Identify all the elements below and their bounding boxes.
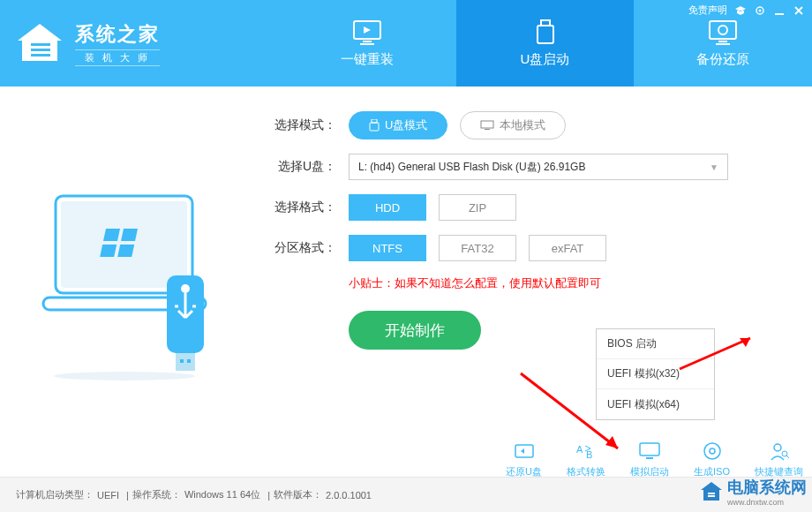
svg-rect-22	[117, 245, 134, 257]
usb-icon	[369, 119, 380, 132]
svg-rect-16	[775, 13, 784, 15]
body: 选择模式： U盘模式 本地模式 选择U盘： L: (hd4) General U…	[0, 87, 812, 477]
partition-row: 分区格式： NTFS FAT32 exFAT	[265, 235, 787, 261]
bottom-toolbar: 还原U盘 AB 格式转换 模拟启动 生成ISO 快捷键查询	[506, 440, 803, 478]
watermark-icon	[699, 480, 724, 503]
graduation-icon[interactable]	[734, 4, 747, 17]
exfat-button[interactable]: exFAT	[529, 235, 606, 261]
partition-label: 分区格式：	[265, 240, 349, 256]
svg-rect-1	[31, 49, 50, 51]
svg-rect-19	[103, 229, 120, 241]
generate-iso-button[interactable]: 生成ISO	[694, 440, 730, 478]
udisk-label: 选择U盘：	[265, 159, 349, 175]
svg-point-28	[181, 284, 190, 293]
close-icon[interactable]	[793, 4, 805, 17]
tab-reinstall[interactable]: 一键重装	[278, 0, 456, 87]
svg-rect-6	[363, 41, 372, 42]
usb-drive-icon	[530, 19, 561, 46]
restore-usb-button[interactable]: 还原U盘	[506, 440, 542, 478]
tip-text: 小贴士：如果不知道怎么配置，使用默认配置即可	[349, 275, 787, 291]
svg-rect-9	[538, 26, 553, 43]
svg-rect-10	[710, 21, 736, 39]
logo-area: 系统之家 装 机 大 师	[0, 0, 278, 87]
hdd-button[interactable]: HDD	[349, 194, 426, 221]
svg-rect-33	[485, 129, 490, 130]
disc-icon	[701, 440, 724, 462]
mode-row: 选择模式： U盘模式 本地模式	[265, 111, 787, 139]
convert-icon: AB	[575, 440, 598, 462]
logo-title: 系统之家	[75, 21, 160, 48]
svg-rect-38	[646, 457, 653, 459]
udisk-select[interactable]: L: (hd4) General USB Flash Disk (U盘) 26.…	[349, 154, 728, 180]
svg-point-41	[774, 444, 781, 451]
udisk-row: 选择U盘： L: (hd4) General USB Flash Disk (U…	[265, 154, 787, 180]
zip-button[interactable]: ZIP	[439, 194, 516, 221]
svg-rect-12	[716, 43, 730, 45]
svg-rect-26	[180, 359, 184, 363]
logo-subtitle: 装 机 大 师	[75, 49, 160, 66]
svg-rect-32	[481, 121, 493, 128]
svg-rect-20	[121, 229, 138, 241]
simulate-boot-button[interactable]: 模拟启动	[630, 440, 669, 478]
ntfs-button[interactable]: NTFS	[349, 235, 426, 261]
disclaimer-link[interactable]: 免责声明	[688, 4, 727, 17]
svg-rect-45	[708, 495, 715, 497]
svg-rect-31	[370, 123, 379, 131]
restore-icon	[513, 440, 536, 462]
usb-mode-pill[interactable]: U盘模式	[349, 111, 447, 139]
chevron-down-icon: ▼	[710, 162, 718, 172]
monitor-restore-icon	[707, 19, 739, 46]
fat32-button[interactable]: FAT32	[439, 235, 516, 261]
format-row: 选择格式： HDD ZIP	[265, 194, 787, 221]
config-panel: 选择模式： U盘模式 本地模式 选择U盘： L: (hd4) General U…	[265, 87, 812, 477]
svg-rect-2	[31, 54, 50, 56]
svg-rect-7	[360, 43, 374, 45]
house-logo-icon	[13, 21, 66, 65]
svg-point-40	[710, 448, 715, 454]
laptop-usb-illustration	[40, 183, 225, 381]
svg-point-39	[704, 443, 720, 459]
uefi-x32-item[interactable]: UEFI 模拟(x32)	[597, 359, 714, 389]
start-button[interactable]: 开始制作	[349, 311, 481, 350]
hotkey-query-button[interactable]: 快捷键查询	[755, 440, 803, 478]
svg-rect-21	[100, 245, 117, 257]
bios-boot-item[interactable]: BIOS 启动	[597, 329, 714, 359]
minimize-icon[interactable]	[773, 4, 786, 17]
uefi-x64-item[interactable]: UEFI 模拟(x64)	[597, 389, 714, 419]
svg-line-43	[786, 456, 789, 458]
mode-label: 选择模式：	[265, 117, 349, 133]
monitor-play-icon	[638, 440, 661, 462]
monitor-icon	[480, 120, 494, 131]
statusbar: 计算机启动类型：UEFI | 操作系统：Windows 11 64位 | 软件版…	[0, 477, 812, 512]
svg-rect-44	[708, 493, 715, 494]
svg-text:B: B	[586, 449, 592, 460]
monitor-refresh-icon	[351, 19, 383, 46]
svg-point-13	[718, 26, 727, 34]
svg-rect-11	[718, 41, 727, 42]
person-search-icon	[768, 440, 791, 462]
svg-text:A: A	[576, 444, 583, 455]
header: 系统之家 装 机 大 师 一键重装 U盘启动 备份还原 免责声明	[0, 0, 812, 87]
titlebar-controls: 免责声明	[688, 4, 805, 17]
tab-usb-boot[interactable]: U盘启动	[456, 0, 635, 87]
svg-rect-4	[54, 53, 57, 56]
svg-rect-37	[640, 443, 659, 456]
svg-rect-27	[187, 359, 191, 363]
svg-rect-0	[31, 43, 50, 46]
svg-point-15	[759, 9, 762, 11]
format-convert-button[interactable]: AB 格式转换	[567, 440, 605, 478]
svg-rect-3	[54, 48, 57, 51]
format-label: 选择格式：	[265, 200, 349, 215]
boot-menu-popup: BIOS 启动 UEFI 模拟(x32) UEFI 模拟(x64)	[596, 328, 715, 420]
watermark: 电脑系统网 www.dnxtw.com	[699, 477, 807, 507]
gear-icon[interactable]	[754, 4, 766, 17]
local-mode-pill[interactable]: 本地模式	[460, 111, 566, 139]
illustration-panel	[0, 87, 265, 477]
svg-rect-25	[176, 353, 195, 371]
svg-point-29	[54, 372, 195, 380]
svg-rect-30	[372, 119, 377, 123]
